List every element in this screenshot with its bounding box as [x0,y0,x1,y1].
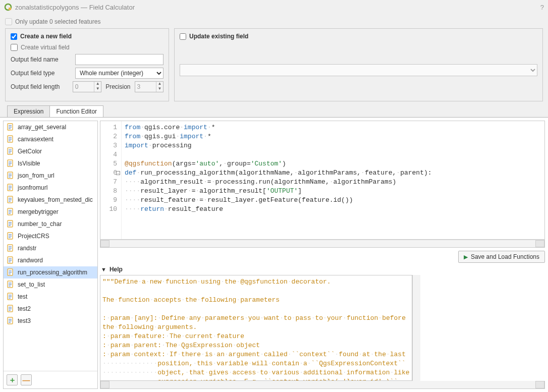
function-item-label: test3 [18,317,31,324]
save-and-load-functions-button[interactable]: ▶ Save and Load Functions [458,251,545,263]
collapse-icon[interactable]: ▼ [101,266,106,272]
top-controls: Only update 0 selected features Create a… [0,14,548,117]
script-icon [7,159,15,167]
function-item[interactable]: mergebytrigger [4,206,97,218]
create-virtual-field-checkbox[interactable] [11,44,18,51]
function-item-label: json_from_url [18,172,54,179]
fold-icon[interactable]: – [116,171,120,175]
output-field-length-label: Output field length [11,83,69,90]
function-item[interactable]: jsonfromurl [4,182,97,194]
script-icon [7,244,15,252]
script-icon [7,208,15,216]
function-toolbar: ＋ — [4,371,97,388]
code-horizontal-scrollbar[interactable] [100,240,545,248]
function-item[interactable]: test3 [4,315,97,327]
function-item-label: GetColor [18,148,42,155]
function-item-label: test2 [18,305,31,312]
spin-down-icon[interactable]: ▼ [94,87,101,92]
function-item-label: keyvalues_from_nested_dic [18,196,93,203]
tab-expression[interactable]: Expression [7,105,50,117]
output-field-length-spin[interactable]: ▲▼ [73,81,101,92]
help-header[interactable]: ▼ Help [100,265,545,275]
function-item[interactable]: GetColor [4,145,97,157]
function-item-label: test [18,293,27,300]
script-icon [7,317,15,325]
script-icon [7,293,15,301]
play-icon: ▶ [464,254,468,260]
qgis-logo-icon [4,3,12,11]
help-content[interactable]: """Define·a·new·function·using·the·@qgsf… [100,275,412,381]
create-new-field-header: Create a new field [20,33,72,40]
function-item-label: randword [18,257,43,264]
update-existing-field-header: Update existing field [189,33,248,40]
only-update-checkbox [5,18,12,25]
title-bar: zonalstatisticpolygons — Field Calculato… [0,0,548,14]
output-field-type-select[interactable]: Whole number (integer) [75,68,163,79]
update-existing-field-group: Update existing field [174,28,543,101]
script-icon [7,196,15,204]
function-item[interactable]: randstr [4,242,97,254]
output-field-name-label: Output field name [11,56,71,63]
function-item[interactable]: ProjectCRS [4,230,97,242]
function-item[interactable]: array_get_several [4,121,97,133]
script-icon [7,268,15,276]
tab-function-editor[interactable]: Function Editor [49,105,103,117]
script-icon [7,147,15,155]
create-new-field-checkbox[interactable] [11,33,17,40]
update-existing-field-checkbox[interactable] [180,33,186,40]
output-field-type-label: Output field type [11,70,71,77]
window-title: zonalstatisticpolygons — Field Calculato… [15,4,135,11]
precision-spin[interactable]: ▲▼ [135,81,163,92]
svg-rect-1 [9,8,11,10]
function-item[interactable]: run_processing_algorithm [4,266,97,278]
code-gutter: 123456–78910 [100,121,122,239]
function-item-label: jsonfromurl [18,184,47,191]
function-item[interactable]: IsVisible [4,157,97,170]
script-icon [7,232,15,240]
help-header-label: Help [109,266,123,273]
function-list-panel: array_get_severalcanvasextentGetColorIsV… [3,121,98,389]
function-item-label: canvasextent [18,136,53,143]
precision-value[interactable] [135,83,156,90]
function-item-label: ProjectCRS [18,233,49,240]
function-item-label: mergebytrigger [18,208,59,215]
script-icon [7,220,15,228]
create-virtual-field-label: Create virtual field [21,44,70,51]
only-update-label: Only update 0 selected features [15,18,100,25]
function-item[interactable]: keyvalues_from_nested_dic [4,194,97,206]
function-item[interactable]: test2 [4,303,97,315]
function-item-label: run_processing_algorithm [18,269,87,276]
only-update-row: Only update 0 selected features [5,18,543,25]
script-icon [7,184,15,192]
function-item[interactable]: canvasextent [4,133,97,145]
function-item-label: IsVisible [18,160,40,167]
function-item-label: randstr [18,245,36,252]
function-item[interactable]: json_from_url [4,170,97,182]
function-item-label: set_to_list [18,281,45,288]
help-reveal-icon[interactable]: ? [540,4,544,11]
help-vertical-scrollbar[interactable] [412,275,420,381]
save-button-label: Save and Load Functions [471,253,539,260]
script-icon [7,281,15,289]
output-field-name-input[interactable] [75,54,163,65]
function-item-label: array_get_several [18,124,66,131]
tab-strip: Expression Function Editor [5,105,543,117]
script-icon [7,172,15,180]
function-item[interactable]: randword [4,254,97,266]
help-horizontal-scrollbar[interactable] [100,381,545,389]
script-icon [7,305,15,313]
script-icon [7,123,15,131]
function-item-label: number_to_char [18,220,62,228]
function-list[interactable]: array_get_severalcanvasextentGetColorIsV… [4,121,97,371]
code-body[interactable]: from·qgis.core·import·*from·qgis.gui·imp… [122,121,544,239]
add-function-button[interactable]: ＋ [7,374,18,385]
function-item[interactable]: set_to_list [4,278,97,291]
function-item[interactable]: number_to_char [4,218,97,230]
right-stack: 123456–78910 from·qgis.core·import·*from… [100,121,545,389]
code-editor[interactable]: 123456–78910 from·qgis.core·import·*from… [100,121,545,240]
remove-function-button[interactable]: — [21,374,32,385]
spin-down-icon[interactable]: ▼ [156,87,163,92]
output-field-length-value[interactable] [73,83,94,90]
function-item[interactable]: test [4,291,97,303]
script-icon [7,135,15,143]
